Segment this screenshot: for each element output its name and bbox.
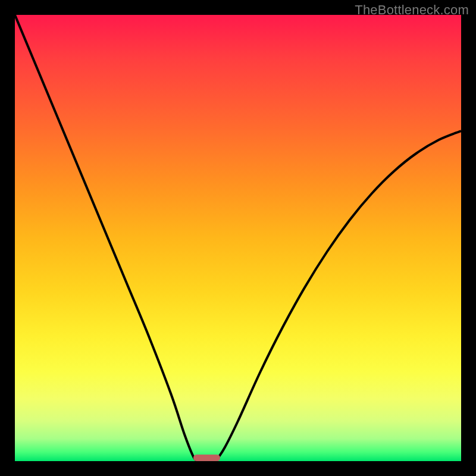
chart-frame: TheBottleneck.com — [0, 0, 476, 476]
curve-left — [15, 15, 198, 461]
curve-layer — [15, 15, 461, 461]
watermark-text: TheBottleneck.com — [355, 2, 469, 18]
plot-area — [15, 15, 461, 461]
bottleneck-marker — [193, 455, 220, 461]
curve-right — [216, 131, 462, 461]
